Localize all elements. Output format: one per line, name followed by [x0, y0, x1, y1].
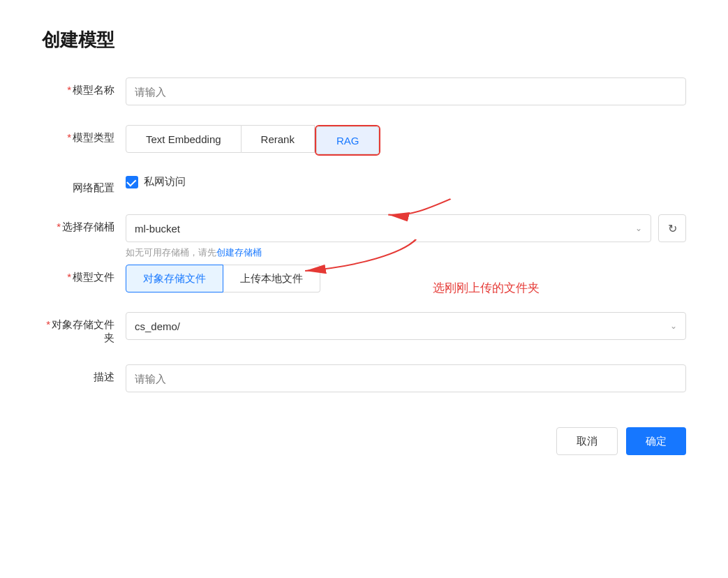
page-title: 创建模型	[42, 28, 686, 52]
storage-bucket-label: *选择存储桶	[42, 214, 126, 234]
object-storage-folder-select[interactable]: cs_demo/ ⌄	[126, 312, 686, 340]
storage-bucket-content: ml-bucket ⌄ ↻ 如无可用存储桶，请先创建存储桶	[126, 214, 686, 259]
model-name-content	[126, 77, 686, 105]
private-network-checkbox[interactable]	[126, 176, 138, 188]
model-file-buttons: 对象存储文件 上传本地文件	[126, 265, 686, 292]
model-name-input[interactable]	[126, 77, 686, 105]
storage-bucket-select-wrapper: ml-bucket ⌄ ↻	[126, 214, 686, 242]
upload-local-file-btn[interactable]: 上传本地文件	[223, 265, 320, 292]
description-content	[126, 364, 686, 392]
model-type-row: *模型类型 Text Embedding Rerank RAG	[42, 125, 686, 156]
network-config-label: 网络配置	[42, 175, 126, 195]
refresh-button[interactable]: ↻	[658, 214, 686, 242]
object-storage-folder-content: cs_demo/ ⌄	[126, 312, 686, 340]
annotation-text: 选刚刚上传的文件夹	[433, 280, 540, 296]
storage-hint: 如无可用存储桶，请先创建存储桶	[126, 246, 686, 259]
model-name-row: *模型名称	[42, 77, 686, 105]
model-file-content: 对象存储文件 上传本地文件	[126, 265, 686, 292]
model-type-content: Text Embedding Rerank RAG	[126, 125, 686, 156]
storage-bucket-select[interactable]: ml-bucket ⌄	[126, 214, 651, 242]
create-bucket-link[interactable]: 创建存储桶	[216, 247, 262, 258]
network-config-row: 网络配置 私网访问	[42, 175, 686, 195]
storage-bucket-row: *选择存储桶 ml-bucket ⌄ ↻ 如无可用存储桶，请先创建存储桶	[42, 214, 686, 259]
footer-buttons: 取消 确定	[42, 427, 686, 455]
type-btn-rag[interactable]: RAG	[316, 126, 380, 154]
type-btn-rerank[interactable]: Rerank	[242, 125, 315, 153]
model-type-label: *模型类型	[42, 125, 126, 144]
description-row: 描述	[42, 364, 686, 392]
network-config-content: 私网访问	[126, 175, 686, 188]
model-type-buttons: Text Embedding Rerank RAG	[126, 125, 686, 156]
object-storage-file-btn[interactable]: 对象存储文件	[126, 265, 223, 292]
private-network-label: 私网访问	[144, 175, 186, 188]
network-row: 私网访问	[126, 175, 686, 188]
rag-btn-wrapper: RAG	[315, 125, 381, 156]
chevron-down-icon-2: ⌄	[670, 321, 677, 331]
model-file-row: *模型文件 对象存储文件 上传本地文件	[42, 265, 686, 292]
model-name-label: *模型名称	[42, 77, 126, 97]
chevron-down-icon: ⌄	[635, 223, 642, 233]
storage-bucket-value: ml-bucket	[135, 223, 180, 235]
model-file-label: *模型文件	[42, 265, 126, 284]
description-label: 描述	[42, 364, 126, 384]
object-storage-folder-value: cs_demo/	[135, 320, 180, 332]
type-btn-text-embedding[interactable]: Text Embedding	[126, 125, 242, 153]
object-storage-folder-row: *对象存储文件夹 cs_demo/ ⌄	[42, 312, 686, 345]
cancel-button[interactable]: 取消	[556, 427, 618, 455]
description-input[interactable]	[126, 364, 686, 392]
confirm-button[interactable]: 确定	[626, 427, 686, 455]
object-storage-folder-label: *对象存储文件夹	[42, 312, 126, 345]
